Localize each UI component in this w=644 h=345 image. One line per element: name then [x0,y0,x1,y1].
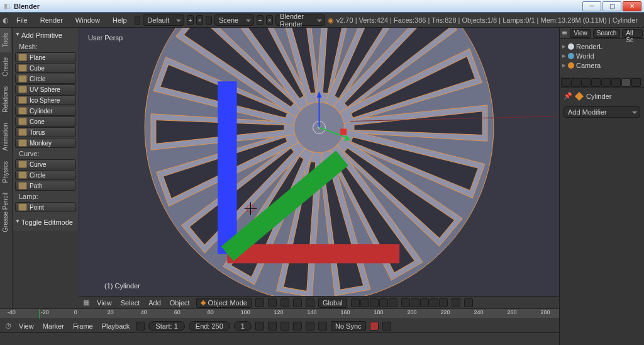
add-mesh-cylinder[interactable]: Cylinder [15,106,76,116]
ptab-scene[interactable] [581,78,591,87]
record-icon[interactable] [370,322,379,331]
add-curve-circle[interactable]: Circle [15,170,76,180]
outliner-view[interactable]: View [570,29,591,38]
viewport-3d[interactable]: User Persp (1) Cylinder [79,28,559,296]
scene-icon[interactable] [206,16,212,25]
ptab-render[interactable] [561,78,570,87]
panel-toggle-editmode[interactable]: Toggle Editmode [15,217,76,229]
start-frame-field[interactable]: Start: 1 [148,321,184,331]
menu-file[interactable]: File [11,15,33,25]
hdr-select[interactable]: Select [118,299,143,307]
minimize-button[interactable]: ─ [582,1,601,11]
outliner-tree[interactable]: ▸RenderL▸World▸Camera [560,39,644,72]
pivot-icon[interactable] [268,298,277,307]
vtab-relations[interactable]: Relations [0,81,11,118]
add-curve-path[interactable]: Path [15,181,76,191]
manipulator-translate-icon[interactable] [280,298,289,307]
jump-start-icon[interactable] [255,322,264,331]
vtab-grease[interactable]: Grease Pencil [0,188,11,237]
ptab-constraints[interactable] [611,78,621,87]
jump-end-icon[interactable] [318,322,327,331]
hdr-object[interactable]: Object [167,299,192,307]
outliner-row-camera[interactable]: ▸Camera [562,60,641,70]
tl-playback[interactable]: Playback [99,322,133,330]
pin-icon[interactable]: 📌 [564,92,572,100]
play-reverse-icon[interactable] [280,322,289,331]
datablock-icon [568,62,574,69]
outliner-filter[interactable]: All Sc [622,29,643,38]
orientation-dropdown[interactable]: Global [318,298,347,308]
outliner-row-world[interactable]: ▸World [562,51,641,60]
timeline-ruler[interactable]: -40-200204060801001201401601802002202402… [0,309,559,319]
vtab-physics[interactable]: Physics [0,156,11,188]
stats-bar: v2.70 | Verts:424 | Faces:386 | Tris:828… [336,16,641,24]
keyframe-next-icon[interactable] [306,322,314,331]
datablock-icon [568,43,574,50]
layout-expand-icon[interactable] [135,16,141,25]
outliner-header: ≣ View Search All Sc [560,28,644,39]
hdr-add[interactable]: Add [146,299,164,307]
app-icon: ◧ [3,2,11,11]
svg-line-51 [227,158,342,254]
timeline-controls: ⏱ View Marker Frame Playback Start: 1 En… [0,319,559,333]
ptab-data[interactable] [631,78,641,87]
props-breadcrumb: 📌 Cylinder [564,92,640,100]
add-mesh-ico-sphere[interactable]: Ico Sphere [15,95,76,105]
vtab-create[interactable]: Create [0,52,11,81]
win-titlebar: ◧ Blender ─ ▢ ✕ [0,0,644,13]
add-mesh-cube[interactable]: Cube [15,63,76,73]
manipulator-rotate-icon[interactable] [293,298,302,307]
keyframe-prev-icon[interactable] [268,322,277,331]
end-frame-field[interactable]: End: 250 [189,321,230,331]
ptab-layers[interactable] [571,78,580,87]
tl-view[interactable]: View [16,322,36,330]
add-mesh-circle[interactable]: Circle [15,74,76,84]
outliner-editor-icon[interactable]: ≣ [561,29,568,38]
primitive-icon [18,118,27,125]
primitive-icon [18,64,27,72]
add-mesh-torus[interactable]: Torus [15,127,76,137]
editor-type-icon[interactable]: ▦ [82,298,91,307]
tl-marker[interactable]: Marker [40,322,67,330]
sync-dropdown[interactable]: No Sync [331,321,366,331]
ptab-modifiers[interactable] [621,78,631,87]
hdr-view[interactable]: View [94,299,114,307]
outliner-search[interactable]: Search [593,29,621,38]
layers-widget[interactable] [351,298,448,307]
keying-set-icon[interactable] [382,322,391,331]
shading-icon[interactable] [255,298,264,307]
panel-add-primitive[interactable]: Add Primitive [15,30,76,42]
add-lamp-point[interactable]: Point [15,202,76,212]
curve-section-label: Curve: [15,149,76,159]
vtab-animation[interactable]: Animation [0,118,11,156]
axis-mini-icon [83,24,563,292]
play-icon[interactable] [293,322,302,331]
vtab-tools[interactable]: Tools [0,28,11,52]
timeline-editor-icon[interactable]: ⏱ [4,322,13,331]
mode-dropdown[interactable]: ◆Object Mode [196,298,252,308]
primitive-icon [18,139,27,147]
tl-frame[interactable]: Frame [70,322,96,330]
add-mesh-cone[interactable]: Cone [15,116,76,127]
primitive-icon [18,182,27,189]
snap-icon[interactable] [452,298,460,307]
add-mesh-plane[interactable]: Plane [15,52,76,62]
primitive-icon [18,96,27,104]
ptab-object[interactable] [601,78,611,87]
add-mesh-monkey[interactable]: Monkey [15,138,76,148]
close-button[interactable]: ✕ [623,1,641,11]
add-modifier-dropdown[interactable]: Add Modifier [564,106,640,118]
add-mesh-uv-sphere[interactable]: UV Sphere [15,84,76,94]
render-preview-icon[interactable] [464,298,473,307]
tl-autokey-icon[interactable] [136,322,145,331]
current-frame-field[interactable]: 1 [234,321,252,331]
ptab-world[interactable] [591,78,601,87]
manipulator-scale-icon[interactable] [306,298,314,307]
info-bar [0,332,644,345]
mesh-section-label: Mesh: [15,42,76,52]
menu-render[interactable]: Render [35,15,68,25]
blender-icon[interactable]: ◐ [3,16,9,25]
primitive-icon [18,107,27,115]
maximize-button[interactable]: ▢ [602,1,621,11]
add-curve-curve[interactable]: Curve [15,159,76,169]
